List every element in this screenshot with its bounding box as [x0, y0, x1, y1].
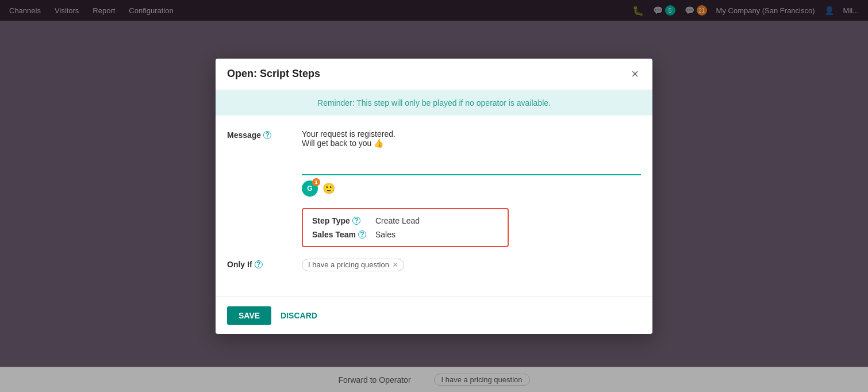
only-if-row: Only If ? I have a pricing question ×: [227, 259, 641, 271]
modal-footer: SAVE DISCARD: [216, 297, 652, 334]
only-if-tag-text: I have a pricing question: [308, 260, 389, 269]
grammarly-notification: 1: [312, 178, 320, 186]
reminder-banner: Reminder: This step will only be played …: [216, 90, 652, 116]
message-input[interactable]: Your request is registered. Will get bac…: [302, 129, 641, 175]
message-content: Your request is registered. Will get bac…: [302, 129, 641, 197]
message-row: Message ? Your request is registered. Wi…: [227, 129, 641, 197]
only-if-tag: I have a pricing question ×: [302, 259, 404, 271]
sales-team-box-row: Sales Team ? Sales: [312, 230, 498, 239]
empty-label: [227, 208, 302, 209]
step-type-help-icon[interactable]: ?: [352, 217, 360, 225]
step-type-row: Step Type ? Create Lead Sales Team ? Sal…: [227, 208, 641, 247]
save-button[interactable]: SAVE: [227, 306, 271, 325]
modal-backdrop: Open: Script Steps × Reminder: This step…: [0, 0, 868, 392]
only-if-label: Only If ?: [227, 259, 302, 269]
modal-body: Message ? Your request is registered. Wi…: [216, 116, 652, 297]
step-sales-box: Step Type ? Create Lead Sales Team ? Sal…: [302, 208, 509, 247]
message-tools: G 1 🙂: [302, 180, 641, 197]
script-steps-modal: Open: Script Steps × Reminder: This step…: [216, 59, 652, 334]
sales-team-help-icon[interactable]: ?: [358, 230, 366, 239]
modal-title: Open: Script Steps: [227, 68, 320, 80]
modal-header: Open: Script Steps ×: [216, 59, 652, 90]
grammarly-button[interactable]: G 1: [302, 180, 318, 197]
only-if-tag-remove[interactable]: ×: [393, 260, 398, 270]
step-type-box-row: Step Type ? Create Lead: [312, 216, 498, 225]
reminder-text: Reminder: This step will only be played …: [317, 98, 551, 107]
sales-team-value[interactable]: Sales: [375, 230, 395, 239]
step-type-value[interactable]: Create Lead: [375, 216, 420, 225]
sales-team-label: Sales Team ?: [312, 230, 375, 239]
only-if-content: I have a pricing question ×: [302, 259, 641, 271]
step-type-label: Step Type ?: [312, 216, 375, 225]
message-help-icon[interactable]: ?: [263, 131, 271, 139]
only-if-help-icon[interactable]: ?: [255, 260, 263, 268]
emoji-button[interactable]: 🙂: [322, 182, 335, 195]
message-label: Message ?: [227, 129, 302, 140]
discard-button[interactable]: DISCARD: [281, 311, 317, 320]
close-button[interactable]: ×: [629, 68, 641, 80]
